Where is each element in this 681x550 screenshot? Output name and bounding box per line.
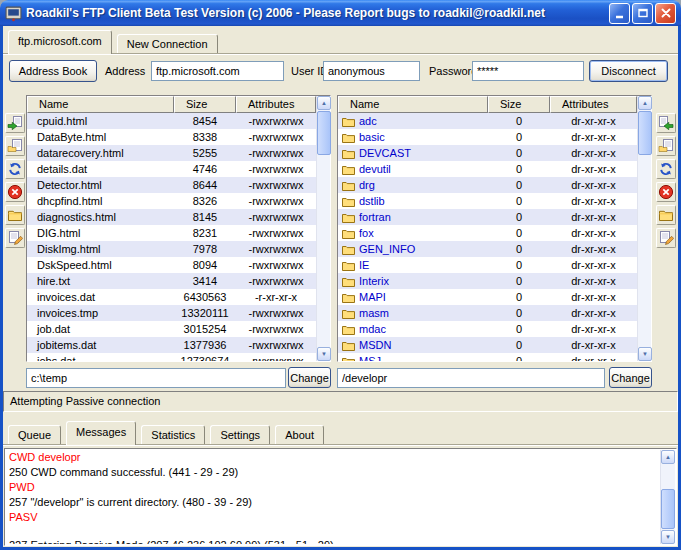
- local-change-button[interactable]: Change: [288, 367, 331, 388]
- file-row[interactable]: jobitems.dat 1377936 -rwxrwxrwx: [27, 337, 316, 353]
- new-folder-local-button[interactable]: [5, 205, 25, 225]
- scroll-up-button[interactable]: ▲: [661, 450, 675, 464]
- scroll-down-button[interactable]: ▼: [638, 347, 652, 361]
- column-header-size[interactable]: Size: [488, 96, 550, 113]
- folder-row[interactable]: MSJ 0 dr-xr-xr-x: [338, 353, 637, 361]
- scroll-down-button[interactable]: ▼: [317, 347, 331, 361]
- local-scrollbar[interactable]: ▲ ▼: [316, 96, 330, 361]
- file-row[interactable]: jobs.dat 12730674 -rwxrwxrwx: [27, 353, 316, 361]
- log-scrollbar[interactable]: ▲ ▼: [660, 450, 675, 544]
- scroll-up-button[interactable]: ▲: [638, 96, 652, 110]
- file-row[interactable]: diagnostics.html 8145 -rwxrwxrwx: [27, 209, 316, 225]
- folder-icon: [342, 276, 355, 287]
- folder-row[interactable]: fox 0 dr-xr-xr-x: [338, 225, 637, 241]
- log-text: CWD developr: [9, 451, 81, 463]
- password-input[interactable]: [472, 61, 584, 81]
- folder-icon: [342, 132, 355, 143]
- folder-row[interactable]: adc 0 dr-xr-xr-x: [338, 113, 637, 129]
- file-size: 8094: [174, 257, 236, 273]
- remote-scrollbar[interactable]: ▲ ▼: [637, 96, 651, 361]
- address-input[interactable]: [151, 61, 284, 81]
- rename-remote-button[interactable]: [656, 228, 676, 248]
- remote-change-button[interactable]: Change: [609, 367, 652, 388]
- title-bar[interactable]: Roadkil's FTP Client Beta Test Version (…: [0, 0, 681, 26]
- connection-tab[interactable]: ftp.microsoft.com: [8, 30, 112, 54]
- folder-row[interactable]: devutil 0 dr-xr-xr-x: [338, 161, 637, 177]
- folder-row[interactable]: GEN_INFO 0 dr-xr-xr-x: [338, 241, 637, 257]
- view-remote-file-button[interactable]: [656, 136, 676, 156]
- new-folder-remote-button[interactable]: [656, 205, 676, 225]
- folder-row[interactable]: DEVCAST 0 dr-xr-xr-x: [338, 145, 637, 161]
- section-tab[interactable]: Messages: [66, 421, 136, 445]
- file-row[interactable]: Detector.html 8644 -rwxrwxrwx: [27, 177, 316, 193]
- scroll-thumb[interactable]: [661, 489, 675, 529]
- folder-row[interactable]: MAPI 0 dr-xr-xr-x: [338, 289, 637, 305]
- folder-attributes: dr-xr-xr-x: [550, 321, 637, 337]
- file-row[interactable]: hire.txt 3414 -rwxrwxrwx: [27, 273, 316, 289]
- tab-label: New Connection: [127, 38, 208, 50]
- folder-row[interactable]: masm 0 dr-xr-xr-x: [338, 305, 637, 321]
- maximize-button[interactable]: [632, 3, 653, 24]
- file-row[interactable]: DskSpeed.html 8094 -rwxrwxrwx: [27, 257, 316, 273]
- folder-row[interactable]: MSDN 0 dr-xr-xr-x: [338, 337, 637, 353]
- section-tab[interactable]: Queue: [8, 425, 61, 444]
- app-window: Roadkil's FTP Client Beta Test Version (…: [0, 0, 681, 550]
- upload-file-button[interactable]: [5, 113, 25, 133]
- folder-row[interactable]: fortran 0 dr-xr-xr-x: [338, 209, 637, 225]
- address-book-button[interactable]: Address Book: [9, 60, 97, 82]
- delete-local-button[interactable]: [5, 182, 25, 202]
- column-header-size[interactable]: Size: [174, 96, 236, 113]
- scroll-down-button[interactable]: ▼: [661, 530, 675, 544]
- file-name: cpuid.html: [27, 113, 174, 129]
- column-header-name[interactable]: Name: [338, 96, 488, 113]
- file-row[interactable]: invoices.dat 6430563 -r-xr-xr-x: [27, 289, 316, 305]
- connection-tab[interactable]: New Connection: [117, 34, 218, 53]
- delete-remote-button[interactable]: [656, 182, 676, 202]
- column-header-attributes[interactable]: Attributes: [236, 96, 316, 113]
- file-name: details.dat: [27, 161, 174, 177]
- file-row[interactable]: datarecovery.html 5255 -rwxrwxrwx: [27, 145, 316, 161]
- file-row[interactable]: details.dat 4746 -rwxrwxrwx: [27, 161, 316, 177]
- log-line: 257 "/developr" is current directory. (4…: [6, 495, 659, 510]
- file-name: Detector.html: [27, 177, 174, 193]
- local-path-input[interactable]: [26, 368, 286, 388]
- user-id-input[interactable]: [323, 61, 420, 81]
- folder-row[interactable]: mdac 0 dr-xr-xr-x: [338, 321, 637, 337]
- folder-row[interactable]: basic 0 dr-xr-xr-x: [338, 129, 637, 145]
- message-log: CWD developr 250 CWD command successful.…: [6, 450, 659, 544]
- disconnect-button[interactable]: Disconnect: [589, 60, 668, 82]
- file-row[interactable]: DIG.html 8231 -rwxrwxrwx: [27, 225, 316, 241]
- minimize-button[interactable]: [609, 3, 630, 24]
- folder-row[interactable]: drg 0 dr-xr-xr-x: [338, 177, 637, 193]
- download-file-button[interactable]: [656, 113, 676, 133]
- column-header-attributes[interactable]: Attributes: [550, 96, 637, 113]
- file-row[interactable]: DataByte.html 8338 -rwxrwxrwx: [27, 129, 316, 145]
- folder-size: 0: [488, 129, 550, 145]
- refresh-remote-button[interactable]: [656, 159, 676, 179]
- folder-attributes: dr-xr-xr-x: [550, 193, 637, 209]
- file-row[interactable]: DiskImg.html 7978 -rwxrwxrwx: [27, 241, 316, 257]
- scroll-thumb[interactable]: [317, 111, 331, 155]
- file-row[interactable]: cpuid.html 8454 -rwxrwxrwx: [27, 113, 316, 129]
- file-row[interactable]: invoices.tmp 13320111 -rwxrwxrwx: [27, 305, 316, 321]
- file-size: 5255: [174, 145, 236, 161]
- section-tab[interactable]: Settings: [210, 425, 270, 444]
- folder-name-text: Interix: [359, 273, 389, 289]
- folder-row[interactable]: Interix 0 dr-xr-xr-x: [338, 273, 637, 289]
- refresh-local-button[interactable]: [5, 159, 25, 179]
- remote-path-input[interactable]: [337, 368, 605, 388]
- file-row[interactable]: job.dat 3015254 -rwxrwxrwx: [27, 321, 316, 337]
- scroll-thumb[interactable]: [638, 111, 652, 155]
- file-size: 8326: [174, 193, 236, 209]
- column-header-name[interactable]: Name: [27, 96, 174, 113]
- close-button[interactable]: [655, 3, 676, 24]
- section-tab[interactable]: About: [275, 425, 324, 444]
- folder-name-text: devutil: [359, 161, 391, 177]
- scroll-up-button[interactable]: ▲: [317, 96, 331, 110]
- folder-row[interactable]: IE 0 dr-xr-xr-x: [338, 257, 637, 273]
- file-row[interactable]: dhcpfind.html 8326 -rwxrwxrwx: [27, 193, 316, 209]
- view-file-button[interactable]: [5, 136, 25, 156]
- rename-local-button[interactable]: [5, 228, 25, 248]
- section-tab[interactable]: Statistics: [141, 425, 205, 444]
- folder-row[interactable]: dstlib 0 dr-xr-xr-x: [338, 193, 637, 209]
